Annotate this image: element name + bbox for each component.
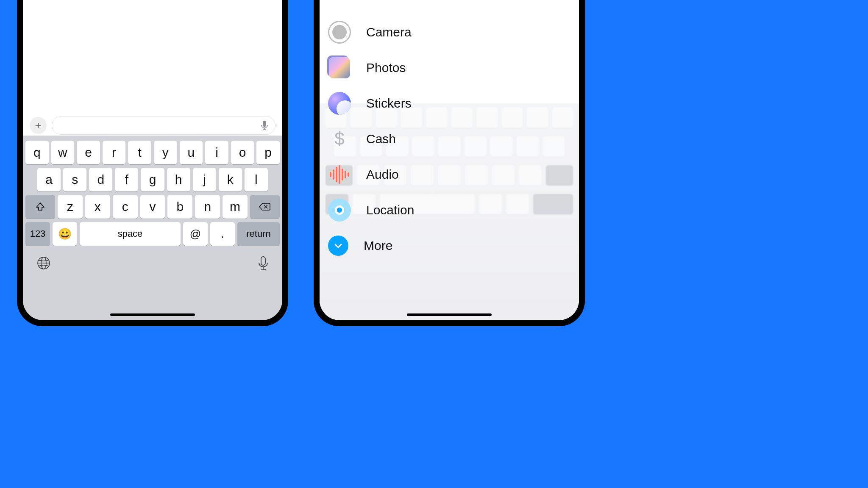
photos-icon [328,56,351,79]
menu-item-stickers[interactable]: Stickers [328,86,579,121]
menu-label: Camera [366,25,412,39]
menu-label: Stickers [366,96,412,111]
home-indicator[interactable] [110,313,195,316]
menu-item-more[interactable]: More [328,228,579,263]
right-phone-mockup: Camera Photos Stickers $ Cash Audio [314,0,585,326]
ios-keyboard: q w e r t y u i o p a s d f g h j k l [23,136,282,320]
key-n[interactable]: n [195,195,220,219]
menu-label: Location [366,203,414,217]
menu-label: Photos [366,61,406,75]
key-r[interactable]: r [103,141,126,164]
right-screen: Camera Photos Stickers $ Cash Audio [320,0,579,320]
menu-item-audio[interactable]: Audio [328,157,579,192]
keyboard-footer [25,247,281,271]
key-w[interactable]: w [51,141,75,164]
shift-key[interactable] [25,195,55,219]
keyboard-row-3: z x c v b n m [25,193,281,220]
key-h[interactable]: h [167,168,190,191]
menu-label: Cash [366,132,396,146]
key-d[interactable]: d [89,168,112,191]
key-t[interactable]: t [128,141,151,164]
key-b[interactable]: b [167,195,192,219]
key-e[interactable]: e [77,141,100,164]
left-screen: + q w e r t y u i o p a [23,0,282,320]
key-g[interactable]: g [141,168,164,191]
menu-label: Audio [366,167,399,182]
attach-plus-button[interactable]: + [30,117,47,134]
key-x[interactable]: x [85,195,110,219]
key-s[interactable]: s [63,168,86,191]
key-i[interactable]: i [205,141,228,164]
cash-icon: $ [328,128,351,150]
key-c[interactable]: c [113,195,138,219]
plus-glyph: + [35,119,41,132]
menu-label: More [364,238,392,253]
key-k[interactable]: k [219,168,242,191]
left-phone-mockup: + q w e r t y u i o p a [17,0,288,326]
microphone-icon[interactable] [261,120,268,130]
stickers-icon [328,92,351,115]
key-f[interactable]: f [115,168,138,191]
menu-item-cash[interactable]: $ Cash [328,121,579,157]
location-icon [328,199,351,222]
dictation-icon[interactable] [258,256,269,271]
menu-item-location[interactable]: Location [328,192,579,228]
attachment-menu: Camera Photos Stickers $ Cash Audio [320,14,579,263]
key-v[interactable]: v [140,195,165,219]
camera-icon [328,21,351,44]
key-q[interactable]: q [25,141,49,164]
keyboard-row-1: q w e r t y u i o p [25,139,281,166]
home-indicator[interactable] [407,313,492,316]
key-a[interactable]: a [37,168,61,191]
svg-rect-8 [261,257,265,265]
key-u[interactable]: u [180,141,203,164]
menu-item-photos[interactable]: Photos [328,50,579,86]
key-z[interactable]: z [58,195,83,219]
message-composer: + [23,112,282,139]
audio-icon [328,163,351,186]
emoji-key[interactable]: 😀 [53,222,77,246]
key-p[interactable]: p [256,141,280,164]
key-y[interactable]: y [154,141,177,164]
key-m[interactable]: m [223,195,248,219]
message-input[interactable] [52,116,275,135]
key-o[interactable]: o [231,141,254,164]
globe-icon[interactable] [36,256,51,271]
svg-rect-0 [263,121,266,127]
at-key[interactable]: @ [183,222,208,246]
menu-item-camera[interactable]: Camera [328,14,579,50]
dot-key[interactable]: . [210,222,235,246]
chevron-down-icon [328,236,348,256]
keyboard-row-4: 123 😀 space @ . return [25,220,281,247]
keyboard-row-2: a s d f g h j k l [25,166,281,193]
space-key[interactable]: space [80,222,181,246]
key-j[interactable]: j [193,168,216,191]
key-l[interactable]: l [245,168,268,191]
backspace-key[interactable] [250,195,280,219]
return-key[interactable]: return [237,222,280,246]
numbers-key[interactable]: 123 [25,222,50,246]
